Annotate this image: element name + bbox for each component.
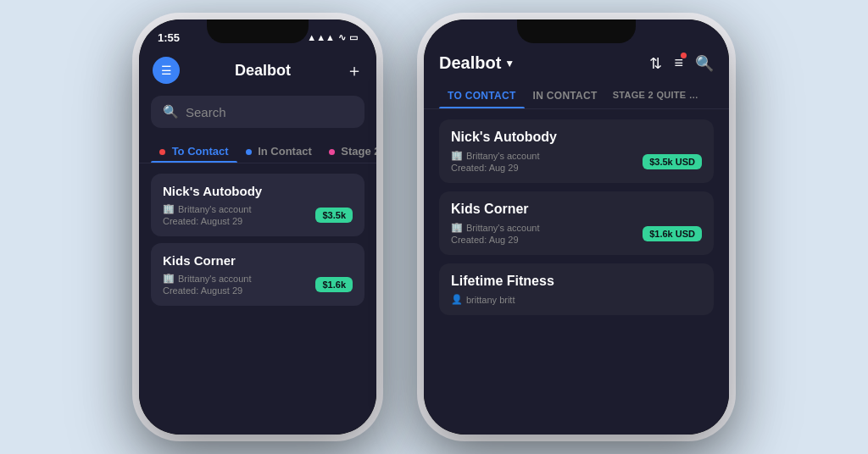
filter-badge	[681, 53, 687, 58]
header-icons-2: ⇅ ≡ 🔍	[649, 54, 714, 73]
phone-1: 1:55 ▲▲▲ ∿ ▭ ☰ Dealbot ＋ 🔍 Search	[139, 19, 376, 435]
tab-to-contact-2[interactable]: TO CONTACT	[439, 83, 525, 108]
deal-card-1-0[interactable]: Nick's Autobody 🏢 Brittany's account Cre…	[151, 174, 364, 236]
screen-2: Dealbot ▼ ⇅ ≡ 🔍 TO CONTACT	[424, 19, 729, 435]
sort-icon-2[interactable]: ⇅	[649, 54, 662, 73]
phone-2: Dealbot ▼ ⇅ ≡ 🔍 TO CONTACT	[424, 19, 729, 435]
deal-info-1-1: 🏢 Brittany's account Created: August 29	[163, 273, 251, 296]
tabs-2: TO CONTACT IN CONTACT STAGE 2 QUITE LONG…	[424, 80, 729, 109]
deal-amount-2-0: $3.5k USD	[643, 154, 702, 169]
dot-blue-1	[246, 149, 252, 155]
deal-card-2-0[interactable]: Nick's Autobody 🏢 Brittany's account Cre…	[439, 119, 714, 183]
deal-meta-2-0: 🏢 Brittany's account Created: Aug 29 $3.…	[451, 150, 702, 173]
tab-in-contact-1[interactable]: In Contact	[237, 140, 320, 163]
building-icon-2-0: 🏢	[451, 150, 463, 161]
deal-date-2-1: Created: Aug 29	[451, 235, 539, 245]
signal-icon: ▲▲▲	[307, 32, 335, 42]
deal-date-1-1: Created: August 29	[163, 285, 251, 296]
deal-card-1-1[interactable]: Kids Corner 🏢 Brittany's account Created…	[151, 243, 364, 306]
search-icon-1: 🔍	[163, 104, 179, 119]
search-bar-1[interactable]: 🔍 Search	[151, 96, 364, 128]
filter-icon-2[interactable]: ≡	[674, 54, 683, 72]
wifi-icon: ∿	[338, 32, 346, 43]
deal-info-2-1: 🏢 Brittany's account Created: Aug 29	[451, 222, 539, 245]
phone-1-outer: 1:55 ▲▲▲ ∿ ▭ ☰ Dealbot ＋ 🔍 Search	[132, 13, 383, 441]
deal-amount-2-1: $1.6k USD	[643, 226, 702, 241]
deal-meta-1-0: 🏢 Brittany's account Created: August 29 …	[163, 203, 353, 226]
deal-account-2-1: 🏢 Brittany's account	[451, 222, 539, 233]
deal-name-2-1: Kids Corner	[451, 202, 702, 217]
deal-account-1-1: 🏢 Brittany's account	[163, 273, 251, 284]
tab-label-in-contact-1: In Contact	[258, 145, 312, 158]
add-icon-1[interactable]: ＋	[346, 59, 363, 82]
status-icons-1: ▲▲▲ ∿ ▭	[307, 32, 358, 43]
tab-label-stage2-2: STAGE 2 QUITE LONG STAGE BUT DON'T WORRY…	[613, 90, 708, 100]
deal-name-1-1: Kids Corner	[163, 253, 353, 268]
tab-to-contact-1[interactable]: To Contact	[151, 140, 237, 163]
search-text-1: Search	[186, 105, 226, 119]
screen-1: 1:55 ▲▲▲ ∿ ▭ ☰ Dealbot ＋ 🔍 Search	[139, 19, 376, 435]
battery-icon: ▭	[349, 32, 358, 43]
building-icon-1-1: 🏢	[163, 273, 175, 284]
search-icon-2[interactable]: 🔍	[695, 54, 714, 73]
deal-card-2-2[interactable]: Lifetime Fitness 👤 brittany britt	[439, 263, 714, 315]
notch-1	[207, 19, 309, 43]
deal-info-2-2: 👤 brittany britt	[451, 294, 515, 305]
person-icon-2-2: 👤	[451, 294, 463, 305]
app-title-1: Dealbot	[235, 62, 291, 80]
tab-label-in-contact-2: IN CONTACT	[533, 90, 598, 102]
dropdown-icon-2[interactable]: ▼	[504, 58, 515, 69]
deal-name-1-0: Nick's Autobody	[163, 184, 353, 198]
dot-red-1	[159, 149, 165, 155]
menu-icon-1[interactable]: ☰	[153, 57, 180, 84]
tab-label-to-contact-2: TO CONTACT	[448, 90, 516, 102]
deal-date-2-0: Created: Aug 29	[451, 163, 539, 173]
cards-container-2: Nick's Autobody 🏢 Brittany's account Cre…	[424, 109, 729, 435]
deal-info-2-0: 🏢 Brittany's account Created: Aug 29	[451, 150, 539, 173]
deal-name-2-2: Lifetime Fitness	[451, 274, 702, 289]
deal-info-1-0: 🏢 Brittany's account Created: August 29	[163, 203, 251, 226]
notch-2	[517, 19, 636, 43]
tab-stage2-1[interactable]: Stage 2	[320, 140, 376, 163]
tab-line-1	[139, 163, 376, 163]
deal-name-2-0: Nick's Autobody	[451, 130, 702, 145]
cards-container-1: Nick's Autobody 🏢 Brittany's account Cre…	[139, 165, 376, 435]
app-title-2: Dealbot	[439, 53, 501, 73]
deal-date-1-0: Created: August 29	[163, 216, 251, 226]
tab-label-to-contact-1: To Contact	[172, 145, 229, 158]
deal-account-1-0: 🏢 Brittany's account	[163, 203, 251, 214]
deal-meta-2-1: 🏢 Brittany's account Created: Aug 29 $1.…	[451, 222, 702, 245]
deal-meta-2-2: 👤 brittany britt	[451, 294, 702, 305]
deal-account-2-2: 👤 brittany britt	[451, 294, 515, 305]
phone-2-outer: Dealbot ▼ ⇅ ≡ 🔍 TO CONTACT	[417, 13, 736, 441]
tab-in-contact-2[interactable]: IN CONTACT	[525, 83, 606, 108]
deal-meta-1-1: 🏢 Brittany's account Created: August 29 …	[163, 273, 353, 296]
deal-account-2-0: 🏢 Brittany's account	[451, 150, 539, 161]
app-header-2: Dealbot ▼ ⇅ ≡ 🔍	[424, 47, 729, 80]
title-group-2: Dealbot ▼	[439, 53, 515, 73]
deal-amount-1-1: $1.6k	[315, 277, 353, 292]
tabs-1: To Contact In Contact Stage 2	[139, 133, 376, 163]
deal-amount-1-0: $3.5k	[315, 208, 353, 223]
building-icon-1-0: 🏢	[163, 203, 175, 214]
tab-label-stage2-1: Stage 2	[341, 145, 376, 158]
time-1: 1:55	[158, 31, 180, 44]
app-header-1: ☰ Dealbot ＋	[139, 50, 376, 91]
tab-stage2-2[interactable]: STAGE 2 QUITE LONG STAGE BUT DON'T WORRY…	[606, 83, 708, 108]
deal-card-2-1[interactable]: Kids Corner 🏢 Brittany's account Created…	[439, 191, 714, 255]
building-icon-2-1: 🏢	[451, 222, 463, 233]
dot-pink-1	[329, 149, 335, 155]
